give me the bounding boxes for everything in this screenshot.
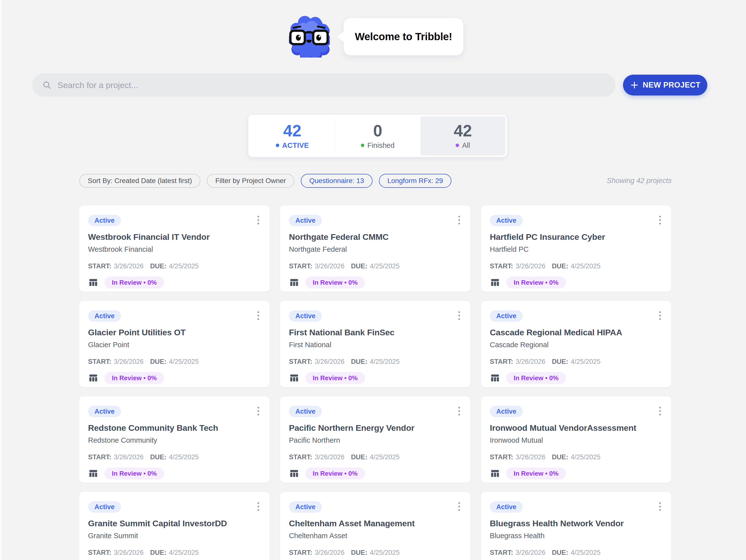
project-company: Cascade Regional — [490, 341, 662, 349]
project-card[interactable]: Active Hartfield PC Insurance Cyber Hart… — [481, 205, 671, 292]
search-icon — [42, 80, 52, 90]
card-footer: In Review • 0% — [490, 372, 662, 384]
card-top-row: Active — [490, 310, 662, 322]
start-date: 3/26/2026 — [114, 549, 144, 557]
start-date: 3/26/2026 — [516, 262, 545, 270]
kebab-menu-icon[interactable] — [256, 310, 261, 321]
review-status-badge: In Review • 0% — [105, 372, 164, 384]
review-status-badge: In Review • 0% — [105, 277, 164, 288]
stat-finished-tab[interactable]: 0 Finished — [335, 116, 420, 156]
new-project-label: NEW PROJECT — [643, 81, 700, 89]
project-dates: START: 3/26/2026 DUE: 4/25/2025 — [289, 358, 462, 366]
project-card[interactable]: Active Ironwood Mutual VendorAssessment … — [481, 396, 671, 483]
due-date: 4/25/2025 — [169, 358, 199, 366]
project-title: Cheltenham Asset Management — [289, 519, 462, 528]
table-icon — [289, 468, 299, 479]
kebab-menu-icon[interactable] — [457, 215, 462, 225]
start-label: START: — [289, 358, 312, 366]
finished-count: 0 — [373, 122, 382, 139]
project-card[interactable]: Active Granite Summit Capital InvestorDD… — [79, 492, 270, 560]
tribble-mascot-logo — [289, 16, 330, 58]
start-date: 3/26/2026 — [516, 358, 545, 366]
project-title: Westbrook Financial IT Vendor — [88, 232, 261, 242]
project-dates: START: 3/26/2026 DUE: 4/25/2025 — [88, 549, 261, 557]
due-label: DUE: — [150, 549, 166, 557]
filter-owner-chip[interactable]: Filter by Project Owner — [207, 174, 294, 188]
kebab-menu-icon[interactable] — [457, 406, 462, 416]
review-status-badge: In Review • 0% — [506, 468, 566, 479]
project-card[interactable]: Active Bluegrass Health Network Vendor B… — [481, 492, 671, 560]
project-company: Cheltenham Asset — [289, 532, 462, 540]
due-label: DUE: — [552, 262, 568, 270]
longform-rfx-chip[interactable]: Longform RFx: 29 — [379, 174, 451, 188]
active-count: 42 — [283, 122, 301, 139]
questionnaire-chip[interactable]: Questionnaire: 13 — [301, 174, 373, 188]
start-label: START: — [490, 549, 513, 557]
project-company: Westbrook Financial — [88, 245, 261, 253]
project-dates: START: 3/26/2026 DUE: 4/25/2025 — [490, 262, 662, 270]
kebab-menu-icon[interactable] — [256, 406, 261, 416]
card-footer: In Review • 0% — [88, 468, 261, 479]
kebab-menu-icon[interactable] — [658, 406, 662, 416]
project-card[interactable]: Active Cheltenham Asset Management Chelt… — [280, 492, 471, 560]
card-top-row: Active — [88, 215, 261, 226]
due-date: 4/25/2025 — [571, 453, 600, 461]
card-top-row: Active — [289, 406, 462, 417]
project-card[interactable]: Active Redstone Community Bank Tech Reds… — [79, 396, 270, 483]
all-dot-icon — [456, 144, 459, 147]
project-card[interactable]: Active Cascade Regional Medical HIPAA Ca… — [481, 301, 671, 387]
stat-active-tab[interactable]: 42 ACTIVE — [250, 116, 335, 156]
project-dates: START: 3/26/2026 DUE: 4/25/2025 — [289, 262, 462, 270]
active-label-row: ACTIVE — [276, 141, 309, 149]
status-badge: Active — [88, 215, 121, 226]
project-card[interactable]: Active Westbrook Financial IT Vendor Wes… — [79, 205, 270, 292]
kebab-menu-icon[interactable] — [658, 310, 662, 321]
kebab-menu-icon[interactable] — [256, 501, 261, 512]
card-top-row: Active — [490, 215, 662, 226]
review-status-badge: In Review • 0% — [305, 277, 365, 288]
due-label: DUE: — [150, 358, 166, 366]
project-card[interactable]: Active Pacific Northern Energy Vendor Pa… — [280, 396, 471, 483]
project-title: First National Bank FinSec — [289, 328, 462, 337]
project-search[interactable] — [32, 74, 615, 97]
project-card[interactable]: Active Glacier Point Utilities OT Glacie… — [79, 301, 270, 387]
project-title: Ironwood Mutual VendorAssessment — [490, 423, 662, 433]
project-title: Glacier Point Utilities OT — [88, 328, 261, 337]
due-label: DUE: — [351, 549, 367, 557]
start-date: 3/26/2026 — [315, 262, 344, 270]
search-input[interactable] — [58, 80, 606, 90]
table-icon — [88, 468, 98, 479]
due-date: 4/25/2025 — [370, 262, 400, 270]
kebab-menu-icon[interactable] — [658, 501, 662, 512]
plus-icon — [630, 81, 639, 89]
project-card[interactable]: Active Northgate Federal CMMC Northgate … — [280, 205, 471, 292]
stat-all-tab[interactable]: 42 All — [420, 116, 506, 156]
project-title: Cascade Regional Medical HIPAA — [490, 328, 662, 337]
welcome-bubble: Welcome to Tribble! — [344, 18, 463, 55]
card-top-row: Active — [289, 501, 462, 513]
table-icon — [88, 373, 98, 383]
kebab-menu-icon[interactable] — [658, 215, 662, 225]
due-label: DUE: — [351, 358, 367, 366]
project-card[interactable]: Active First National Bank FinSec First … — [280, 301, 471, 387]
sort-by-chip[interactable]: Sort By: Created Date (latest first) — [79, 174, 200, 188]
due-label: DUE: — [150, 262, 166, 270]
kebab-menu-icon[interactable] — [256, 215, 261, 225]
start-label: START: — [88, 549, 111, 557]
kebab-menu-icon[interactable] — [457, 501, 462, 512]
card-footer: In Review • 0% — [490, 468, 662, 479]
active-dot-icon — [276, 144, 279, 147]
finished-label-row: Finished — [361, 141, 395, 149]
filter-row: Sort By: Created Date (latest first) Fil… — [79, 174, 671, 188]
stats-summary: 42 ACTIVE 0 Finished 42 All — [248, 115, 507, 157]
status-badge: Active — [490, 406, 523, 417]
start-date: 3/26/2026 — [114, 453, 144, 461]
new-project-button[interactable]: NEW PROJECT — [623, 75, 707, 95]
card-footer: In Review • 0% — [490, 277, 662, 288]
due-date: 4/25/2025 — [571, 262, 600, 270]
project-company: Pacific Northern — [289, 436, 462, 444]
page-left-edge — [0, 0, 2, 560]
kebab-menu-icon[interactable] — [457, 310, 462, 321]
card-top-row: Active — [289, 215, 462, 226]
status-badge: Active — [289, 406, 322, 417]
